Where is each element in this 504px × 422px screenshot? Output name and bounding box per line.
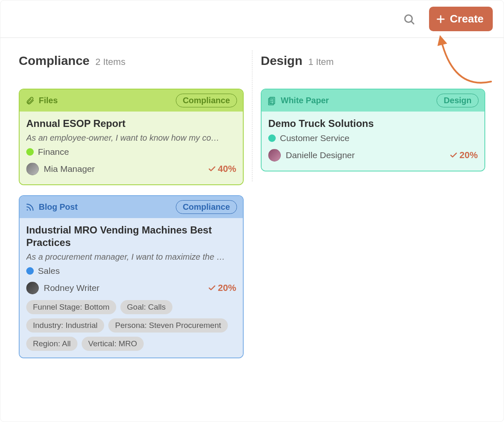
category-row: Sales: [26, 266, 236, 276]
create-button[interactable]: Create: [429, 7, 493, 31]
check-icon: [449, 151, 458, 159]
check-icon: [208, 284, 216, 292]
column-design: Design 1 Item White Paper Design Demo Tr…: [252, 50, 494, 181]
board: Compliance 2 Items Files Compliance Annu…: [0, 38, 504, 385]
card[interactable]: Blog Post Compliance Industrial MRO Vend…: [19, 195, 244, 358]
stage-pill[interactable]: Compliance: [176, 94, 237, 107]
progress-value: 40%: [218, 164, 236, 174]
card-title: Annual ESOP Report: [26, 117, 236, 130]
progress-indicator: 20%: [449, 150, 478, 161]
card-body: Industrial MRO Vending Machines Best Pra…: [20, 218, 243, 357]
topbar: Create: [0, 0, 504, 38]
card-type-label: Files: [39, 96, 58, 105]
assignee-name: Rodney Writer: [44, 283, 100, 293]
category-label: Finance: [38, 147, 69, 157]
progress-indicator: 20%: [208, 283, 236, 293]
card-header: Files Compliance: [20, 89, 243, 112]
column-count: 2 Items: [95, 57, 125, 67]
card-body: Demo Truck Solutions Customer Service Da…: [262, 112, 484, 171]
stage-pill[interactable]: Compliance: [176, 200, 237, 214]
column-header: Compliance 2 Items: [19, 54, 244, 68]
progress-value: 20%: [218, 283, 236, 293]
page: Create Compliance 2 Items: [0, 0, 504, 422]
category-dot: [268, 134, 276, 142]
search-icon: [403, 13, 415, 25]
rss-icon: [25, 203, 35, 212]
assignee-name: Mia Manager: [44, 164, 95, 174]
progress-indicator: 40%: [208, 164, 236, 174]
column-title: Design: [261, 54, 302, 68]
tag[interactable]: Industry: Industrial: [26, 318, 104, 333]
category-row: Finance: [26, 147, 236, 157]
tag[interactable]: Funnel Stage: Bottom: [26, 300, 116, 314]
tag-list: Funnel Stage: Bottom Goal: Calls Industr…: [26, 300, 236, 351]
assignee-row: Rodney Writer 20%: [26, 282, 236, 294]
card[interactable]: Files Compliance Annual ESOP Report As a…: [19, 89, 244, 185]
category-label: Sales: [38, 266, 60, 276]
column-header: Design 1 Item: [261, 54, 485, 68]
create-button-label: Create: [450, 12, 484, 25]
stage-pill[interactable]: Design: [437, 94, 479, 107]
card-type-label: White Paper: [281, 96, 329, 105]
search-button[interactable]: [401, 11, 417, 27]
column-compliance: Compliance 2 Items Files Compliance Annu…: [10, 50, 252, 368]
paperclip-icon: [25, 96, 35, 105]
category-dot: [26, 148, 34, 156]
card-header: White Paper Design: [262, 89, 484, 112]
avatar[interactable]: [26, 282, 39, 294]
category-label: Customer Service: [280, 133, 349, 143]
tag[interactable]: Goal: Calls: [120, 300, 172, 314]
category-row: Customer Service: [268, 133, 478, 143]
column-count: 1 Item: [308, 57, 334, 67]
tag[interactable]: Region: All: [26, 337, 77, 351]
svg-point-4: [27, 209, 28, 211]
card-description: As a procurement manager, I want to maxi…: [26, 252, 236, 262]
plus-icon: [436, 14, 446, 24]
card-title: Industrial MRO Vending Machines Best Pra…: [26, 224, 236, 249]
document-icon: [267, 96, 277, 105]
avatar[interactable]: [268, 149, 281, 161]
card[interactable]: White Paper Design Demo Truck Solutions …: [261, 89, 485, 171]
column-title: Compliance: [19, 54, 90, 68]
svg-line-1: [412, 21, 414, 24]
card-body: Annual ESOP Report As an employee-owner,…: [20, 112, 243, 184]
tag[interactable]: Vertical: MRO: [82, 337, 144, 351]
card-description: As an employee-owner, I want to know how…: [26, 133, 236, 143]
assignee-name: Danielle Designer: [286, 150, 355, 160]
assignee-row: Danielle Designer 20%: [268, 149, 478, 161]
card-type-label: Blog Post: [39, 202, 77, 212]
tag[interactable]: Persona: Steven Procurement: [108, 318, 228, 333]
check-icon: [208, 165, 216, 173]
progress-value: 20%: [459, 150, 478, 161]
card-header: Blog Post Compliance: [20, 196, 243, 218]
card-title: Demo Truck Solutions: [268, 117, 478, 130]
avatar[interactable]: [26, 163, 39, 175]
assignee-row: Mia Manager 40%: [26, 163, 236, 175]
category-dot: [26, 267, 34, 275]
